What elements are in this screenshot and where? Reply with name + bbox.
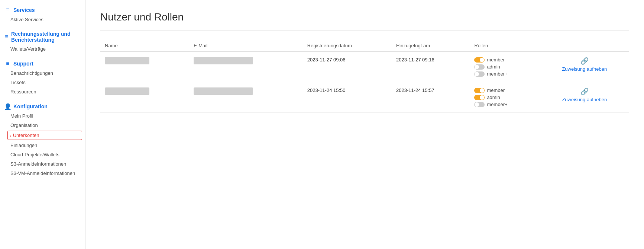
- role-label: member: [487, 57, 505, 63]
- name-placeholder: [105, 57, 149, 64]
- sidebar-section-services[interactable]: ≡ Services: [0, 4, 85, 15]
- reg-date-cell: 2023-11-27 09:06: [303, 52, 392, 82]
- email-cell: [189, 82, 303, 113]
- sidebar-item-aktive-services[interactable]: Aktive Services: [0, 15, 85, 24]
- col-email: E-Mail: [189, 40, 303, 52]
- toggle-admin[interactable]: [474, 95, 485, 100]
- added-date-cell: 2023-11-24 15:57: [392, 82, 470, 113]
- services-icon: ≡: [4, 7, 11, 13]
- users-table: Name E-Mail Registrierungsdatum Hinzugef…: [100, 40, 629, 113]
- sidebar-item-s3-anmelde[interactable]: S3-Anmeldeinformationen: [0, 159, 85, 169]
- sidebar-section-konfiguration[interactable]: 👤 Konfiguration: [0, 100, 85, 111]
- sidebar-section-konfiguration-label: Konfiguration: [13, 103, 48, 109]
- toggle-member[interactable]: [474, 88, 485, 93]
- sidebar-item-s3-vm-anmelde[interactable]: S3-VM-Anmeldeinformationen: [0, 169, 85, 178]
- roles-cell: memberadminmember+: [470, 82, 540, 113]
- sidebar-section-support-label: Support: [13, 61, 33, 67]
- konfiguration-icon: 👤: [4, 103, 11, 110]
- table-row: 2023-11-24 15:502023-11-24 15:57memberad…: [100, 82, 629, 113]
- roles-cell: memberadminmember+: [470, 52, 540, 82]
- name-placeholder: [105, 87, 149, 95]
- role-label: member+: [487, 71, 507, 77]
- role-row: member: [474, 87, 535, 93]
- main-content: Nutzer und Rollen Name E-Mail Registrier…: [85, 0, 644, 249]
- sidebar-item-cloud-projekte[interactable]: Cloud-Projekte/Wallets: [0, 150, 85, 159]
- role-row: admin: [474, 64, 535, 70]
- unassign-button[interactable]: 🔗 Zuweisung aufheben: [544, 57, 625, 72]
- sidebar-item-einladungen[interactable]: Einladungen: [0, 141, 85, 150]
- role-row: member+: [474, 71, 535, 77]
- role-row: admin: [474, 95, 535, 100]
- sidebar-item-organisation[interactable]: Organisation: [0, 121, 85, 130]
- unassign-icon: 🔗: [580, 57, 589, 65]
- col-reg-date: Registrierungsdatum: [303, 40, 392, 52]
- table-row: 2023-11-27 09:062023-11-27 09:16memberad…: [100, 52, 629, 82]
- email-placeholder: [194, 57, 253, 64]
- sidebar-item-tickets[interactable]: Tickets: [0, 78, 85, 87]
- unassign-cell: 🔗 Zuweisung aufheben: [540, 82, 629, 113]
- role-label: member: [487, 87, 505, 93]
- sidebar: ≡ Services Aktive Services ≡ Rechnungsst…: [0, 0, 85, 249]
- col-name: Name: [100, 40, 189, 52]
- unassign-label: Zuweisung aufheben: [562, 97, 607, 102]
- table-header-row: Name E-Mail Registrierungsdatum Hinzugef…: [100, 40, 629, 52]
- sidebar-item-wallets-vertraege[interactable]: Wallets/Verträge: [0, 44, 85, 54]
- sidebar-item-unterkonten[interactable]: › Unterkonten: [7, 131, 82, 140]
- sidebar-section-services-label: Services: [13, 7, 35, 13]
- unassign-cell: 🔗 Zuweisung aufheben: [540, 52, 629, 82]
- role-row: member: [474, 57, 535, 63]
- sidebar-section-support[interactable]: ≡ Support: [0, 57, 85, 68]
- role-label: admin: [487, 64, 500, 70]
- page-title: Nutzer und Rollen: [100, 11, 629, 23]
- col-roles: Rollen: [470, 40, 540, 52]
- section-divider: [100, 31, 629, 31]
- email-placeholder: [194, 87, 253, 95]
- rechnungsstellung-icon: ≡: [4, 33, 9, 40]
- support-icon: ≡: [4, 60, 11, 67]
- sidebar-item-mein-profil[interactable]: Mein Profil: [0, 111, 85, 121]
- email-cell: [189, 52, 303, 82]
- sidebar-section-rechnungsstellung-label: Rechnungsstellung und Berichterstattung: [11, 31, 81, 43]
- col-actions: [540, 40, 629, 52]
- col-added-date: Hinzugefügt am: [392, 40, 470, 52]
- role-label: admin: [487, 95, 500, 100]
- sidebar-section-rechnungsstellung[interactable]: ≡ Rechnungsstellung und Berichterstattun…: [0, 28, 85, 44]
- sidebar-item-benachrichtigungen[interactable]: Benachrichtigungen: [0, 68, 85, 78]
- sidebar-item-unterkonten-label: Unterkonten: [13, 133, 39, 138]
- toggle-admin[interactable]: [474, 64, 485, 70]
- toggle-member+[interactable]: [474, 71, 485, 77]
- role-row: member+: [474, 102, 535, 107]
- reg-date-cell: 2023-11-24 15:50: [303, 82, 392, 113]
- name-cell: [100, 82, 189, 113]
- added-date-cell: 2023-11-27 09:16: [392, 52, 470, 82]
- name-cell: [100, 52, 189, 82]
- toggle-member[interactable]: [474, 57, 485, 63]
- unassign-button[interactable]: 🔗 Zuweisung aufheben: [544, 87, 625, 102]
- unassign-icon: 🔗: [580, 87, 589, 96]
- unassign-label: Zuweisung aufheben: [562, 66, 607, 72]
- role-label: member+: [487, 102, 507, 107]
- sidebar-item-ressourcen[interactable]: Ressourcen: [0, 87, 85, 96]
- chevron-right-icon: ›: [10, 133, 12, 138]
- toggle-member+[interactable]: [474, 102, 485, 107]
